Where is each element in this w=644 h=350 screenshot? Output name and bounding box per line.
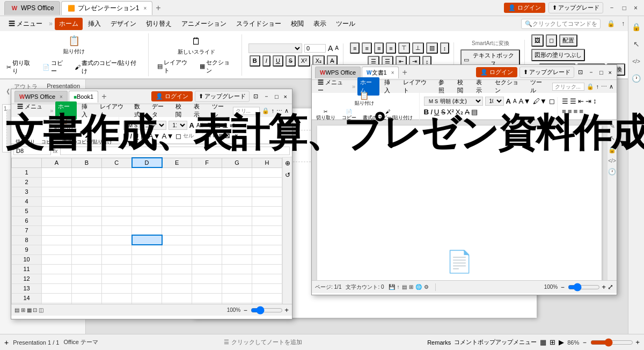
excel-cell-E15[interactable]: [162, 303, 192, 304]
sidebar-code-icon[interactable]: </>: [630, 55, 643, 68]
main-close-button[interactable]: ×: [632, 4, 640, 12]
excel-cell-E3[interactable]: [162, 187, 192, 196]
excel-cell-F11[interactable]: [192, 264, 222, 274]
word-font-size-select[interactable]: 10.5: [485, 97, 504, 106]
excel-cell-E13[interactable]: [162, 283, 192, 293]
excel-cell-G9[interactable]: [222, 245, 252, 254]
excel-cell-F9[interactable]: [192, 245, 222, 254]
excel-cell-G6[interactable]: [222, 216, 252, 225]
excel-cell-G13[interactable]: [222, 283, 252, 293]
excel-col-header-d[interactable]: D: [132, 158, 162, 167]
excel-cell-H11[interactable]: [252, 264, 282, 274]
excel-cell-B7[interactable]: [72, 225, 102, 235]
excel-cell-B4[interactable]: [72, 196, 102, 206]
menu-item-review[interactable]: 校閲: [287, 18, 308, 30]
excel-cell-F4[interactable]: [192, 196, 222, 206]
excel-cell-A5[interactable]: [42, 206, 72, 216]
excel-cell-G4[interactable]: [222, 196, 252, 206]
word-italic-button[interactable]: I: [430, 108, 433, 116]
excel-cell-A7[interactable]: [42, 225, 72, 235]
excel-right-icon-2[interactable]: ↺: [285, 171, 290, 179]
word-clear-format-btn[interactable]: ◻: [549, 97, 555, 105]
excel-col-header-c[interactable]: C: [102, 158, 132, 167]
word-status-icon-2[interactable]: ↑: [397, 284, 400, 290]
excel-cell-F3[interactable]: [192, 187, 222, 196]
excel-italic-button[interactable]: I: [130, 132, 132, 140]
word-insert-btn[interactable]: ▤: [471, 108, 478, 116]
excel-menu-view[interactable]: 表示: [191, 101, 207, 120]
excel-cell-G10[interactable]: [222, 254, 252, 264]
wps-office-tab[interactable]: W WPS Office: [4, 1, 60, 15]
excel-cell-D13[interactable]: [132, 283, 162, 293]
word-line-space-button[interactable]: ↕: [593, 97, 597, 105]
word-right-icon-2[interactable]: ↖: [610, 134, 615, 142]
font-decrease-button[interactable]: A: [335, 45, 339, 51]
excel-zoom-out-button[interactable]: －: [242, 305, 249, 315]
zoom-out-button[interactable]: －: [581, 338, 588, 347]
excel-cell-F7[interactable]: [192, 225, 222, 235]
excel-cell-F15[interactable]: [192, 303, 222, 304]
excel-cell-B11[interactable]: [72, 264, 102, 274]
excel-cell-H6[interactable]: [252, 216, 282, 225]
excel-cell-C13[interactable]: [102, 283, 132, 293]
excel-menu-formula[interactable]: 数式: [131, 101, 148, 120]
new-tab-button[interactable]: +: [153, 3, 163, 13]
excel-align-bottom-button[interactable]: ⊥: [222, 121, 228, 129]
excel-cell-A9[interactable]: [42, 245, 72, 254]
excel-cell-E6[interactable]: [162, 216, 192, 225]
ribbon-minimize-icon[interactable]: 🔒: [605, 20, 617, 27]
excel-cell-ref-input[interactable]: [13, 147, 51, 155]
zoom-in-button[interactable]: +: [635, 338, 640, 346]
word-status-icon-3[interactable]: ▤: [402, 284, 407, 290]
excel-cell-H9[interactable]: [252, 245, 282, 254]
word-zoom-in-button[interactable]: +: [602, 283, 606, 291]
excel-minimize-button[interactable]: －: [262, 92, 271, 100]
excel-cell-A8[interactable]: [42, 235, 72, 245]
main-login-button[interactable]: 👤 ログイン: [504, 3, 545, 13]
word-right-icon-4[interactable]: </>: [608, 158, 616, 164]
slide-view-grid-button[interactable]: ⊞: [550, 338, 555, 346]
menu-item-insert[interactable]: 挿入: [84, 18, 105, 30]
excel-copy-button[interactable]: 📄 コピー: [39, 132, 58, 147]
word-font-color-btn[interactable]: A▼: [519, 97, 531, 105]
excel-col-header-b[interactable]: B: [72, 158, 102, 167]
excel-special-button[interactable]: ⊡: [252, 93, 260, 100]
excel-cell-E11[interactable]: [162, 264, 192, 274]
format-copy-button[interactable]: 🖌 書式のコピー/貼り付け: [72, 58, 144, 76]
word-menu-view[interactable]: 表示: [473, 77, 490, 96]
excel-cell-G11[interactable]: [222, 264, 252, 274]
menu-item-tools[interactable]: ツール: [332, 18, 360, 30]
word-underline-button[interactable]: U: [434, 108, 440, 116]
excel-cell-F13[interactable]: [192, 283, 222, 293]
word-right-icon-5[interactable]: 🕐: [608, 168, 616, 176]
word-doc-content[interactable]: [317, 126, 602, 233]
excel-book-tab[interactable]: ■ Book1: [69, 91, 98, 103]
excel-cell-D4[interactable]: [132, 196, 162, 206]
excel-cell-A1[interactable]: [42, 167, 72, 177]
comment-popup-button[interactable]: コメントポップアップメニュー: [454, 338, 537, 346]
menu-item-slideshow[interactable]: スライドショー: [232, 18, 286, 30]
word-new-tab-button[interactable]: +: [400, 68, 409, 77]
align-middle-button[interactable]: ⊥: [412, 42, 424, 54]
excel-cell-G8[interactable]: [222, 235, 252, 245]
excel-cell-C9[interactable]: [102, 245, 132, 254]
excel-cell-H5[interactable]: [252, 206, 282, 216]
word-superscript-button[interactable]: X²: [447, 108, 454, 116]
excel-upgrade-button[interactable]: ⬆ アップグレード: [195, 91, 250, 102]
excel-menu-tools[interactable]: ツール: [209, 101, 231, 120]
remarks-button[interactable]: Remarks: [427, 339, 451, 346]
align-justify-button[interactable]: ≡: [386, 42, 396, 54]
excel-new-tab-button[interactable]: +: [99, 92, 108, 101]
word-more-icon[interactable]: ⋯: [601, 83, 607, 90]
align-right-button[interactable]: ≡: [374, 42, 384, 54]
copy-button[interactable]: 📄 コピー: [40, 58, 71, 76]
font-name-select[interactable]: [248, 43, 302, 53]
zoom-slider[interactable]: [590, 338, 633, 347]
excel-cell-E12[interactable]: [162, 274, 192, 283]
word-menu-review[interactable]: 校閲: [455, 77, 471, 96]
excel-maximize-button[interactable]: □: [273, 93, 280, 100]
excel-cell-D5[interactable]: [132, 206, 162, 216]
excel-cell-D2[interactable]: [132, 177, 162, 187]
excel-cell-D3[interactable]: [132, 187, 162, 196]
word-right-icon-1[interactable]: ✎: [610, 122, 615, 130]
